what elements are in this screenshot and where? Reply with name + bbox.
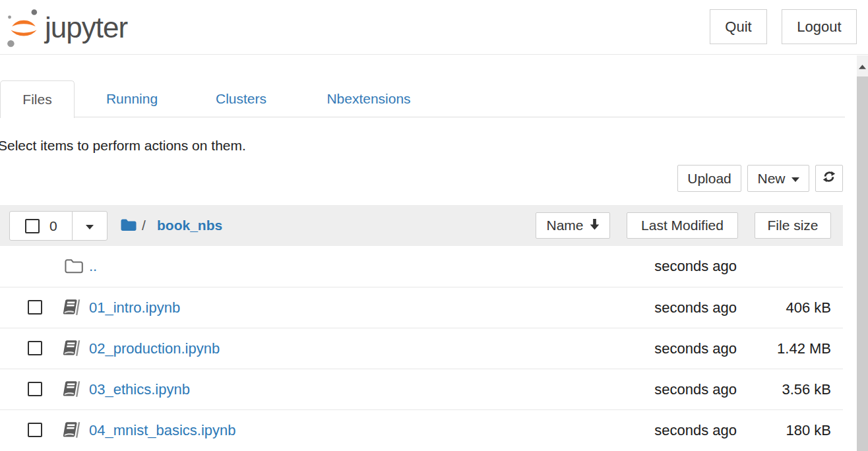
select-all-button[interactable]: 0 xyxy=(9,211,73,241)
notebook-icon xyxy=(62,380,80,400)
file-list: .. seconds ago 01_intro.ipynb sec xyxy=(0,246,843,450)
row-checkbox[interactable] xyxy=(28,423,42,437)
vertical-scrollbar[interactable] xyxy=(857,55,868,451)
row-last-modified: seconds ago xyxy=(578,246,737,287)
file-list-row: 02_production.ipynb seconds ago 1.42 MB xyxy=(0,328,843,369)
navbar: jupyter Quit Logout xyxy=(0,0,868,55)
logout-button[interactable]: Logout xyxy=(782,9,857,44)
refresh-button[interactable] xyxy=(815,165,843,192)
new-dropdown-button[interactable]: New xyxy=(747,165,809,192)
sort-by-last-modified-button[interactable]: Last Modified xyxy=(627,212,738,239)
breadcrumb-current-folder[interactable]: book_nbs xyxy=(157,205,222,246)
logo-wordmark: jupyter xyxy=(45,5,127,51)
sort-by-name-button[interactable]: Name xyxy=(536,212,610,239)
row-checkbox[interactable] xyxy=(28,341,42,355)
sort-name-label: Name xyxy=(546,218,583,233)
row-file-size: 406 kB xyxy=(745,287,831,328)
row-name-link[interactable]: 03_ethics.ipynb xyxy=(89,369,190,410)
row-checkbox[interactable] xyxy=(28,382,42,396)
quit-button[interactable]: Quit xyxy=(710,9,767,44)
row-last-modified: seconds ago xyxy=(578,410,737,451)
new-dropdown-label: New xyxy=(757,171,785,187)
notebook-icon xyxy=(62,340,80,359)
refresh-icon xyxy=(822,170,836,187)
scroll-up-button[interactable] xyxy=(857,55,868,76)
row-file-size: 1.42 MB xyxy=(745,328,831,369)
select-all-checkbox[interactable] xyxy=(25,219,40,233)
select-filter-dropdown-button[interactable] xyxy=(72,211,108,241)
tab-bar: Files Running Clusters Nbextensions xyxy=(0,80,845,117)
row-name-link[interactable]: 04_mnist_basics.ipynb xyxy=(89,410,236,451)
row-last-modified: seconds ago xyxy=(578,369,737,410)
row-name-link[interactable]: 02_production.ipynb xyxy=(89,328,220,369)
caret-down-icon xyxy=(86,225,94,229)
notebook-icon xyxy=(62,299,80,318)
jupyter-logo[interactable]: jupyter xyxy=(5,3,127,53)
file-list-row: 01_intro.ipynb seconds ago 406 kB xyxy=(0,287,843,328)
caret-down-icon xyxy=(791,177,799,182)
breadcrumb-separator: / xyxy=(142,205,146,246)
jupyter-file-browser: jupyter Quit Logout Files Running Cluste… xyxy=(0,0,868,451)
notebook-icon xyxy=(62,421,80,441)
tab-running[interactable]: Running xyxy=(90,80,173,117)
row-last-modified: seconds ago xyxy=(578,287,737,328)
select-items-hint: Select items to perform actions on them. xyxy=(0,138,246,154)
file-list-row: .. seconds ago xyxy=(0,246,843,287)
tab-nbextensions[interactable]: Nbextensions xyxy=(307,80,431,117)
row-last-modified: seconds ago xyxy=(578,328,737,369)
row-name-link[interactable]: .. xyxy=(89,246,97,287)
row-file-size: 3.56 kB xyxy=(745,369,831,410)
row-name-link[interactable]: 01_intro.ipynb xyxy=(89,287,180,328)
select-button-group: 0 xyxy=(9,211,108,241)
file-list-row: 04_mnist_basics.ipynb seconds ago 180 kB xyxy=(0,409,843,450)
chevron-up-icon xyxy=(859,60,866,72)
tab-clusters[interactable]: Clusters xyxy=(200,80,282,117)
sort-by-file-size-button[interactable]: File size xyxy=(755,212,831,239)
upload-button[interactable]: Upload xyxy=(677,165,741,192)
arrow-down-icon xyxy=(590,218,600,233)
jupyter-logo-icon xyxy=(5,3,42,53)
row-file-size: 180 kB xyxy=(745,410,831,451)
file-list-row: 03_ethics.ipynb seconds ago 3.56 kB xyxy=(0,369,843,409)
tab-files[interactable]: Files xyxy=(0,80,75,118)
row-checkbox[interactable] xyxy=(28,300,42,315)
selected-count: 0 xyxy=(49,218,57,234)
parent-folder-icon xyxy=(64,258,84,277)
file-list-header: 0 / book_nbs Name Last Modified File siz… xyxy=(0,205,843,246)
breadcrumb-root-folder-icon[interactable] xyxy=(120,218,137,235)
